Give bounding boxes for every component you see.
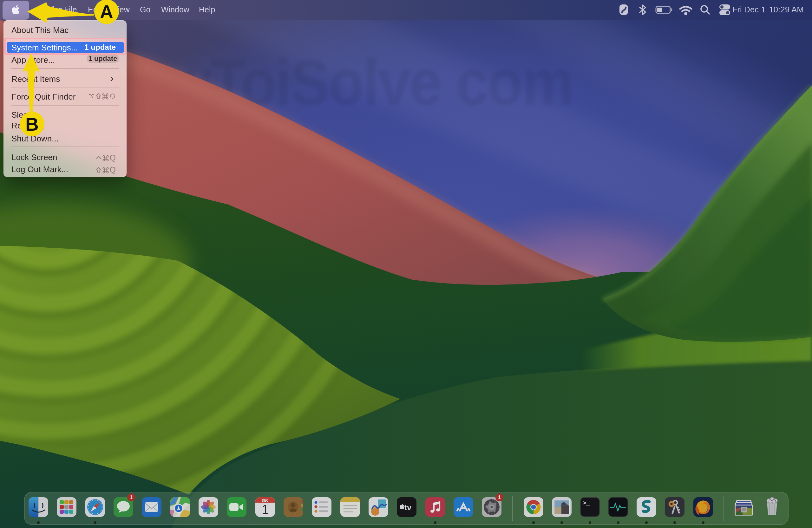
svg-text:tv: tv — [404, 503, 412, 512]
svg-text:>_: >_ — [583, 500, 590, 507]
svg-text:1: 1 — [262, 502, 269, 516]
svg-text:DEC: DEC — [262, 499, 269, 502]
